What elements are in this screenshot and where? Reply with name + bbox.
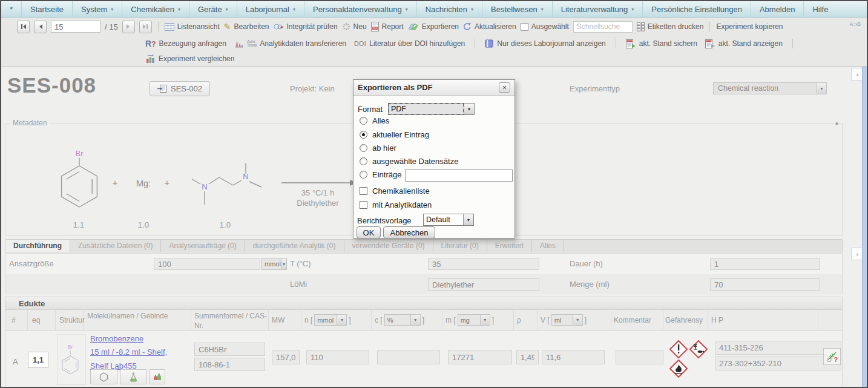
analyze-chemical-button[interactable]: ?	[823, 348, 841, 365]
container-link-line1[interactable]: 15 ml / -8.2 ml - Shelf,	[90, 347, 167, 357]
c-unit-select[interactable]: %▼	[384, 314, 421, 326]
menu-item-abmelden[interactable]: Abmelden	[751, 1, 804, 17]
list-view-button[interactable]: Listenansicht	[165, 22, 220, 31]
menu-item-star[interactable]: *	[1, 1, 22, 17]
menu-item-chemikalien[interactable]: Chemikalien▾	[122, 1, 189, 17]
tab-analysenauftraege[interactable]: Analysenaufträge (0)	[161, 240, 245, 252]
refresh-button[interactable]: Aktualisieren	[463, 22, 516, 31]
chemical-details-button[interactable]	[120, 369, 147, 384]
checkbox-chemikalienliste[interactable]: Chemikalienliste	[360, 186, 430, 196]
mw-field[interactable]	[272, 350, 300, 364]
entries-range-input[interactable]	[405, 169, 513, 182]
formula-field[interactable]	[194, 343, 265, 356]
duration-input[interactable]	[710, 258, 820, 270]
batch-size-unit-select[interactable]: mmol ▼	[261, 258, 287, 270]
experiment-type-select[interactable]: Chemical reaction ▼	[713, 82, 827, 94]
menu-item-personaldatenverwaltung[interactable]: Personaldatenverwaltung▾	[304, 1, 417, 17]
last-record-button[interactable]	[139, 21, 152, 33]
tab-erweitert[interactable]: Erweitert	[487, 240, 532, 252]
v-unit-select[interactable]: ml▼	[551, 314, 583, 326]
checkbox[interactable]	[360, 187, 367, 195]
structure-cell[interactable]: Br	[57, 334, 86, 385]
menu-item-geraete[interactable]: Geräte▾	[189, 1, 237, 17]
density-field[interactable]	[516, 350, 539, 364]
c-field[interactable]	[377, 350, 440, 364]
tab-durchfuehrung[interactable]: Durchführung	[5, 240, 70, 252]
tab-alles[interactable]: Alles	[532, 240, 564, 252]
radio-option-aktueller-eintrag[interactable]: aktueller Eintrag	[360, 130, 429, 139]
batch-size-input[interactable]	[154, 258, 260, 270]
h-statements-field[interactable]	[715, 341, 841, 355]
m-unit-select[interactable]: mg▼	[458, 314, 490, 326]
v-field[interactable]	[542, 350, 605, 364]
show-current-state-button[interactable]: akt. Stand anzeigen	[705, 39, 783, 48]
kommentar-field[interactable]	[616, 350, 663, 364]
format-select[interactable]: PDF ▼	[388, 103, 475, 115]
eq-value[interactable]: 1,1	[28, 352, 48, 368]
edukte-section-header[interactable]: Edukte	[5, 297, 843, 310]
first-record-button[interactable]	[17, 21, 30, 33]
only-this-journal-button[interactable]: Nur dieses Laborjournal anzeigen	[485, 39, 605, 48]
menu-item-bestellwesen[interactable]: Bestellwesen▾	[482, 1, 553, 17]
next-record-button[interactable]	[122, 21, 135, 33]
compare-shortcut-icon[interactable]: A⇒B	[850, 21, 861, 27]
temperature-input[interactable]	[428, 258, 539, 270]
tab-durchgefuehrte-analytik[interactable]: durchgeführte Analytik (0)	[245, 240, 344, 252]
menu-item-literaturverwaltung[interactable]: Literaturverwaltung▾	[553, 1, 643, 17]
linked-experiment-button[interactable]: SES-002	[150, 81, 210, 96]
radio-button[interactable]	[360, 144, 367, 152]
vertical-scrollbar[interactable]	[862, 67, 867, 387]
checkbox[interactable]	[360, 201, 367, 209]
ok-button[interactable]: OK	[357, 226, 381, 238]
radio-option-alles[interactable]: Alles	[360, 116, 389, 125]
checkbox-mit-analytikdaten[interactable]: mit Analytikdaten	[360, 200, 432, 209]
menu-item-persoenliche-einstellungen[interactable]: Persönliche Einstellungen	[643, 1, 751, 17]
tab-literatur[interactable]: Literatur (0)	[433, 240, 487, 252]
edit-button[interactable]: ✎ Bearbeiten	[224, 22, 269, 31]
menu-item-laborjournal[interactable]: Laborjournal▾	[237, 1, 304, 17]
dialog-titlebar[interactable]: Exportieren als PDF ×	[353, 80, 515, 96]
export-button[interactable]: Exportieren	[408, 22, 459, 31]
request-witness-button[interactable]: R? Bezeugung anfragen	[145, 39, 226, 48]
add-literature-doi-button[interactable]: DOI Literatur über DOI hinzufügen	[354, 39, 465, 48]
tab-verwendete-geraete[interactable]: verwendete Geräte (0)	[344, 240, 433, 252]
radio-option-eintraege[interactable]: Einträge	[360, 170, 401, 179]
radio-option-ab-hier[interactable]: ab hier	[360, 143, 396, 153]
cancel-button[interactable]: Abbrechen	[383, 226, 435, 238]
menu-item-system[interactable]: System▾	[73, 1, 122, 17]
compare-experiment-button[interactable]: Experiment vergleichen	[145, 54, 234, 64]
n-unit-select[interactable]: mmol▼	[314, 314, 347, 326]
radio-button[interactable]	[360, 117, 367, 125]
n-field[interactable]	[306, 350, 369, 364]
p-statements-field[interactable]	[715, 357, 841, 370]
record-number-input[interactable]	[51, 21, 100, 33]
container-status-button[interactable]	[149, 369, 165, 384]
transfer-analytics-button[interactable]: Auto-Trans Analytikdaten transferieren	[234, 39, 346, 48]
menu-item-hilfe[interactable]: Hilfe	[804, 1, 837, 17]
cas-field[interactable]	[194, 358, 265, 371]
show-structure-button[interactable]	[90, 369, 117, 384]
check-integrity-button[interactable]: Integrität prüfen	[274, 22, 338, 31]
copy-experiment-button[interactable]: Experiment kopieren	[716, 22, 783, 31]
previous-record-button[interactable]	[34, 21, 47, 33]
collapse-metadata-icon[interactable]: ▲	[834, 120, 840, 126]
close-dialog-button[interactable]: ×	[499, 82, 510, 93]
radio-button[interactable]	[360, 131, 367, 139]
tab-zusaetzliche-dateien[interactable]: Zusätzliche Dateien (0)	[70, 240, 161, 252]
print-labels-button[interactable]: Etiketten drucken	[637, 22, 704, 31]
selected-checkbox[interactable]	[521, 23, 528, 31]
menu-item-startseite[interactable]: Startseite	[22, 1, 73, 17]
save-current-state-button[interactable]: akt. Stand sichern	[626, 39, 697, 48]
radio-button[interactable]	[360, 171, 367, 179]
report-button[interactable]: PDF Report	[371, 22, 404, 31]
menu-item-nachrichten[interactable]: Nachrichten▾	[417, 1, 482, 17]
radio-button[interactable]	[360, 157, 367, 165]
m-field[interactable]	[448, 350, 512, 364]
solvent-input[interactable]	[428, 278, 539, 291]
new-button[interactable]: Neu	[342, 22, 367, 31]
radio-option-ausgewaehlte-datensaetze[interactable]: ausgewählte Datensätze	[360, 157, 458, 166]
amount-input[interactable]	[710, 278, 820, 291]
quick-search-input[interactable]	[573, 21, 633, 33]
molecule-name-link[interactable]: Bromobenzene	[90, 334, 143, 343]
report-template-select[interactable]: Default ▼	[423, 214, 474, 226]
